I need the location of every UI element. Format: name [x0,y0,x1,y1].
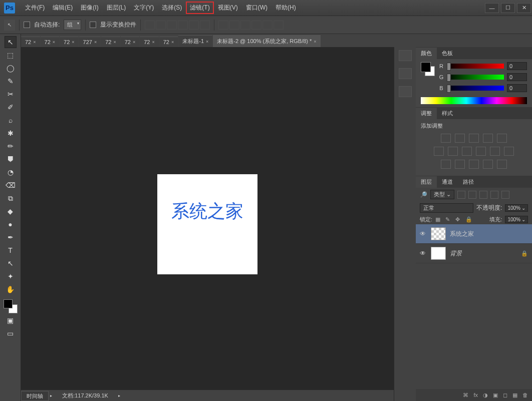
blur-tool[interactable]: ⧉ [5,192,17,204]
filter-adjust-icon[interactable] [468,191,476,199]
bw-icon[interactable] [462,147,472,156]
align-button[interactable] [178,21,188,30]
tab-styles[interactable]: 样式 [437,108,458,119]
dodge-tool[interactable]: ◆ [5,205,17,217]
canvas-area[interactable]: 系统之家 100% ▸ 文档:117.2K/39.1K ▸ [21,47,394,401]
document-tab[interactable]: 72× [41,37,60,47]
document-tab[interactable]: 72× [140,37,159,47]
link-layers-icon[interactable]: ⌘ [463,392,468,398]
filter-smart-icon[interactable] [501,191,509,199]
show-transform-checkbox[interactable] [90,22,96,28]
menu-file[interactable]: 文件(F) [21,2,49,14]
document-tab[interactable]: 72× [121,37,140,47]
filter-pixel-icon[interactable] [457,191,465,199]
menu-type[interactable]: 文字(Y) [130,2,158,14]
distribute-button[interactable] [218,21,228,30]
properties-panel-icon[interactable] [399,68,412,79]
history-panel-icon[interactable] [399,50,412,61]
align-button[interactable] [167,21,177,30]
chevron-icon[interactable]: ▸ [118,393,120,398]
hand-tool[interactable]: ✦ [5,270,17,282]
distribute-button[interactable] [240,21,250,30]
auto-select-dropdown[interactable]: 组 [64,20,81,30]
layer-thumbnail[interactable] [431,247,446,260]
document-tab[interactable]: 72× [159,37,178,47]
document-tab[interactable]: 72× [60,37,79,47]
zoom-tool[interactable]: ✋ [5,283,17,295]
layer-thumbnail[interactable] [431,227,446,240]
align-button[interactable] [156,21,166,30]
balance-icon[interactable] [448,147,458,156]
curves-icon[interactable] [469,134,479,143]
close-icon[interactable]: × [206,39,208,44]
move-tool-icon[interactable]: ↖ [4,20,15,31]
exposure-icon[interactable] [483,134,493,143]
filter-type-icon[interactable] [479,191,487,199]
distribute-button[interactable] [274,21,284,30]
menu-image[interactable]: 图像(I) [77,2,102,14]
shape-tool[interactable]: ↖ [5,257,17,269]
close-icon[interactable]: × [152,40,154,45]
align-button[interactable] [189,21,199,30]
brush-tool[interactable]: ✱ [5,127,17,139]
filter-dropdown[interactable]: 类型 ⌄ [430,190,454,199]
mask-icon[interactable]: ◑ [483,392,488,398]
foreground-color[interactable] [4,299,13,308]
align-button[interactable] [200,21,210,30]
menu-select[interactable]: 选择(S) [158,2,186,14]
layer-row[interactable]: 👁 背景 🔒 [416,244,532,263]
menu-edit[interactable]: 编辑(E) [49,2,77,14]
new-layer-icon[interactable]: ▦ [512,392,517,398]
vibrance-icon[interactable] [497,134,507,143]
menu-view[interactable]: 视图(V) [214,2,242,14]
lasso-tool[interactable]: ◯ [5,62,17,74]
tab-layers[interactable]: 图层 [416,176,437,188]
type-tool[interactable]: ✒ [5,231,17,243]
close-button[interactable]: ✕ [517,3,531,13]
pen-tool[interactable]: ● [5,218,17,230]
fill-layer-icon[interactable]: ▣ [493,392,498,398]
eyedropper-tool[interactable]: ✐ [5,101,17,113]
layer-name[interactable]: 系统之家 [450,230,528,238]
path-select-tool[interactable]: T [5,244,17,256]
chevron-icon[interactable]: ▸ [50,393,52,398]
fill-value[interactable]: 100% ⌄ [505,216,528,223]
threshold-icon[interactable] [469,160,479,169]
tab-adjustments[interactable]: 调整 [416,108,437,119]
menu-window[interactable]: 窗口(W) [242,2,272,14]
g-value[interactable]: 0 [507,73,527,81]
align-button[interactable] [145,21,155,30]
stamp-tool[interactable]: ✏ [5,140,17,152]
menu-help[interactable]: 帮助(H) [272,2,300,14]
tab-paths[interactable]: 路径 [458,176,479,188]
close-icon[interactable]: × [133,40,135,45]
lock-transparent-icon[interactable]: ▦ [435,216,442,223]
fx-icon[interactable]: fx [473,392,478,398]
maximize-button[interactable]: ☐ [501,3,515,13]
quick-select-tool[interactable]: ✎ [5,75,17,87]
close-icon[interactable]: × [314,39,316,44]
group-icon[interactable]: ◻ [503,392,507,398]
document-tab[interactable]: 72× [21,37,40,47]
opacity-value[interactable]: 100% ⌄ [505,204,528,212]
menu-filter[interactable]: 滤镜(T) [186,2,213,14]
visibility-icon[interactable]: 👁 [420,230,427,237]
b-slider[interactable] [447,86,504,91]
document-tab[interactable]: 72× [101,37,120,47]
crop-tool[interactable]: ✂ [5,88,17,100]
tab-color[interactable]: 颜色 [416,48,437,59]
close-icon[interactable]: × [72,40,74,45]
layer-name[interactable]: 背景 [450,249,517,258]
posterize-icon[interactable] [455,160,465,169]
panel-swatch[interactable] [421,62,435,76]
invert-icon[interactable] [441,160,451,169]
color-spectrum[interactable] [421,97,527,104]
gradient-map-icon[interactable] [483,160,493,169]
filter-shape-icon[interactable] [490,191,498,199]
close-icon[interactable]: × [113,40,116,45]
menu-layer[interactable]: 图层(L) [103,2,130,14]
minimize-button[interactable]: — [485,3,499,13]
quickmask-tool[interactable]: ▣ [5,314,17,326]
character-panel-icon[interactable] [399,86,412,97]
distribute-button[interactable] [262,21,273,30]
